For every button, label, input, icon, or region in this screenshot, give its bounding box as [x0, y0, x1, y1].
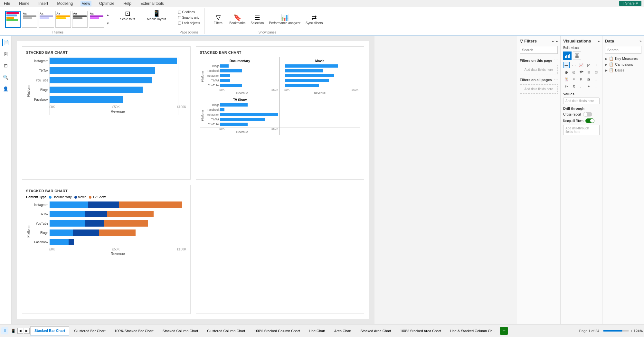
data-tree-dates[interactable]: ▶ 📋 Dates: [605, 67, 641, 73]
left-icon-data[interactable]: 🗄: [2, 50, 10, 58]
viz-icon-stacked-bar[interactable]: ▬: [563, 62, 570, 68]
filters-on-page-more[interactable]: ⋯: [554, 58, 558, 62]
zoom-minus[interactable]: −: [600, 329, 602, 333]
theme-btn-4[interactable]: Aa: [55, 11, 71, 28]
viz-expand-btn[interactable]: »: [598, 39, 600, 43]
filters-search-input[interactable]: [520, 46, 558, 54]
theme-btn-3[interactable]: Aa: [39, 11, 54, 28]
tab-nav-left[interactable]: ◀: [17, 328, 23, 334]
page-options-group: Gridlines Snap to grid Lock objects: [176, 8, 202, 27]
tab-stacked-column[interactable]: Stacked Column Chart: [158, 326, 203, 335]
chart1-container[interactable]: STACKED BAR CHART Platform Instagram: [22, 46, 191, 180]
data-tree-campaigns[interactable]: ▶ 📋 Campaigns: [605, 61, 641, 67]
data-panel-expand[interactable]: »: [639, 39, 641, 43]
tab-clustered-bar-chart[interactable]: Clustered Bar Chart: [70, 326, 109, 335]
tab-stacked-bar-chart[interactable]: Stacked Bar Chart: [30, 326, 69, 335]
viz-icon-funnel[interactable]: ⊳: [563, 83, 570, 89]
mobile-section: 📱 Mobile layout: [143, 8, 171, 34]
viz-build-table-btn[interactable]: [573, 51, 581, 60]
menu-view[interactable]: View: [80, 1, 91, 6]
share-button[interactable]: ↑ Share ∨: [619, 1, 641, 6]
theme-btn-1[interactable]: [5, 11, 21, 28]
menu-external[interactable]: External tools: [139, 1, 165, 6]
viz-build-chart-btn[interactable]: [563, 51, 572, 60]
tab-stacked-area[interactable]: Stacked Area Chart: [356, 326, 395, 335]
left-icon-person[interactable]: 👤: [2, 85, 10, 93]
viz-icon-bar[interactable]: ▭: [571, 62, 577, 68]
viz-icon-gauge[interactable]: ◑: [585, 76, 592, 82]
tab-view-desktop[interactable]: 🖥: [1, 327, 8, 334]
bookmarks-btn[interactable]: 🔖 Bookmarks: [227, 12, 247, 26]
tab-100-stacked-column[interactable]: 100% Stacked Column Chart: [250, 326, 304, 335]
scale-btn[interactable]: ⊡ Scale to fit: [118, 8, 137, 22]
viz-drill-field[interactable]: Add drill-through fields here: [563, 125, 600, 135]
chart2-container[interactable]: STACKED BAR CHART Content Type Documenta…: [22, 185, 191, 314]
theme-btn-6[interactable]: Aa: [89, 11, 104, 28]
viz-icon-donut[interactable]: ◎: [571, 69, 577, 75]
lock-option[interactable]: Lock objects: [178, 21, 200, 25]
viz-icon-multirow[interactable]: ≡: [571, 76, 577, 82]
theme-btn-2[interactable]: Aa: [22, 11, 37, 28]
tab-area-chart[interactable]: Area Chart: [330, 326, 355, 335]
performance-icon: 📊: [281, 14, 289, 21]
viz-icon-card[interactable]: 🃏: [563, 76, 570, 82]
left-icon-dax[interactable]: 🔍: [2, 73, 10, 81]
filters-collapse-btn[interactable]: ‹‹: [552, 39, 554, 43]
viz-icon-pie[interactable]: ◕: [563, 69, 570, 75]
lock-checkbox[interactable]: [178, 22, 181, 25]
viz-icon-line[interactable]: 📈: [578, 62, 584, 68]
viz-drill-label: Drill through: [563, 107, 600, 110]
tab-line-stacked-column[interactable]: Line & Stacked Column Ch...: [446, 326, 499, 335]
menu-help[interactable]: Help: [122, 1, 133, 6]
viz-icon-more[interactable]: …: [593, 83, 599, 89]
filters-pane-btn[interactable]: ▽ Filters: [210, 12, 226, 26]
snap-option[interactable]: Snap to grid: [178, 16, 200, 19]
tab-line-chart[interactable]: Line Chart: [305, 326, 329, 335]
mobile-icon: 📱: [153, 10, 161, 17]
left-icon-report[interactable]: 📄: [2, 39, 10, 46]
filters-all-pages-more[interactable]: ⋯: [554, 78, 558, 82]
theme-btn-5[interactable]: Aa: [72, 11, 88, 28]
viz-icon-kpi[interactable]: K: [578, 76, 584, 82]
viz-icon-table[interactable]: ⊞: [585, 69, 592, 75]
viz-icon-decomp[interactable]: ⋰: [578, 83, 584, 89]
viz-icon-scatter[interactable]: ⁘: [593, 62, 599, 68]
viz-icon-matrix[interactable]: ⊡: [593, 69, 599, 75]
left-icon-model[interactable]: ⊡: [2, 62, 10, 70]
data-search-input[interactable]: [605, 46, 641, 54]
viz-icon-ai[interactable]: ✦: [585, 83, 592, 89]
menu-modeling[interactable]: Modeling: [56, 1, 74, 6]
gridlines-option[interactable]: Gridlines: [178, 10, 200, 14]
cross-report-toggle[interactable]: [583, 112, 592, 117]
menu-insert[interactable]: Insert: [37, 1, 49, 6]
keep-filters-toggle[interactable]: [585, 118, 594, 123]
tab-100-stacked-bar[interactable]: 100% Stacked Bar Chart: [110, 326, 158, 335]
zoom-plus[interactable]: +: [630, 329, 632, 333]
selection-btn[interactable]: ☰ Selection: [249, 12, 266, 26]
mobile-btn[interactable]: 📱 Mobile layout: [145, 8, 168, 22]
viz-values-field[interactable]: Add data fields here: [563, 98, 600, 104]
menu-home[interactable]: Home: [18, 1, 31, 6]
filters-expand-btn[interactable]: »: [556, 39, 558, 43]
tab-100-stacked-area[interactable]: 100% Stacked Area Chart: [396, 326, 445, 335]
viz-icon-ribbon[interactable]: 🎗: [571, 83, 577, 89]
viz-icon-waterfall[interactable]: ↕: [593, 76, 599, 82]
chart1-row-blogs: Blogs: [31, 86, 186, 94]
viz-icon-map[interactable]: 🗺: [578, 69, 584, 75]
performance-btn[interactable]: 📊 Performance analyzer: [267, 12, 302, 26]
data-tree-key-measures[interactable]: ▶ 📋 Key Measures: [605, 56, 641, 61]
tab-clustered-column[interactable]: Clustered Column Chart: [203, 326, 249, 335]
menu-optimize[interactable]: Optimize: [98, 1, 116, 6]
zoom-slider[interactable]: [603, 330, 629, 332]
viz-panel-header: Visualizations »: [563, 39, 600, 43]
menu-file[interactable]: File: [3, 1, 11, 6]
chart3-container[interactable]: STACKED BAR CHART Documentary Platform B…: [196, 46, 365, 180]
sync-btn[interactable]: ⇄ Sync slicers: [304, 12, 325, 26]
gridlines-checkbox[interactable]: [178, 11, 181, 14]
tab-add-button[interactable]: +: [500, 327, 508, 335]
viz-build-icons: [563, 51, 600, 60]
tab-view-mobile[interactable]: 📱: [10, 327, 17, 334]
snap-checkbox[interactable]: [178, 16, 181, 19]
tab-nav-right[interactable]: ▶: [24, 328, 30, 334]
viz-icon-area[interactable]: ◸: [585, 62, 592, 68]
